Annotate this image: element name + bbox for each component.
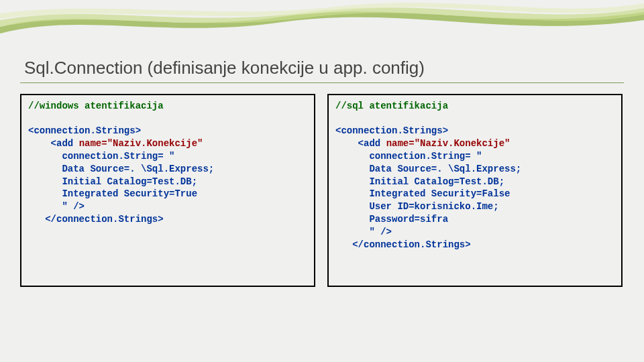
columns: //windows atentifikacija <connection.Str… <box>20 94 623 287</box>
slide-title: Sql.Connection (definisanje konekcije u … <box>20 55 624 83</box>
top-banner <box>0 0 644 34</box>
code-box-sql-auth: //sql atentifikacija <connection.Strings… <box>327 94 623 287</box>
code-sql: <connection.Strings> <add name="Naziv.Ko… <box>335 125 614 251</box>
comment-sql: //sql atentifikacija <box>335 101 614 111</box>
code-windows: <connection.Strings> <add name="Naziv.Ko… <box>28 125 307 226</box>
comment-windows: //windows atentifikacija <box>28 101 307 111</box>
code-box-windows-auth: //windows atentifikacija <connection.Str… <box>20 94 315 287</box>
